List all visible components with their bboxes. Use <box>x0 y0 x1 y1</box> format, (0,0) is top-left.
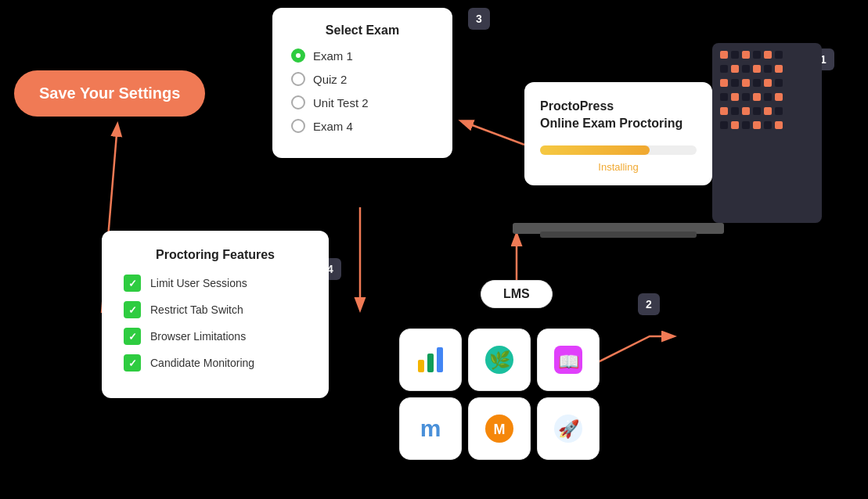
server-dot <box>720 121 728 129</box>
lms-pill: LMS <box>481 280 553 308</box>
svg-rect-2 <box>437 347 443 372</box>
proctoring-title: Proctoring Features <box>124 248 307 262</box>
lms-icon-moodle-alt[interactable]: m <box>399 397 462 460</box>
server-dot <box>764 121 772 129</box>
server-dot <box>775 93 783 101</box>
server-dot <box>753 107 761 115</box>
server-dot <box>731 51 739 59</box>
lms-icons-grid: 🌿 📖 m M 🚀 <box>399 328 600 460</box>
svg-rect-1 <box>427 354 434 372</box>
server-dot <box>731 79 739 87</box>
server-dot <box>720 107 728 115</box>
svg-text:m: m <box>420 415 441 441</box>
exam-option-4[interactable]: Exam 4 <box>291 119 434 133</box>
server-dot <box>764 65 772 73</box>
server-dot <box>742 93 750 101</box>
server-dot <box>753 79 761 87</box>
server-dot <box>753 51 761 59</box>
lms-icon-analytics[interactable] <box>399 328 462 391</box>
server-dot <box>775 79 783 87</box>
server-dot <box>764 107 772 115</box>
feature-label-2: Restrict Tab Switch <box>150 303 243 316</box>
radio-exam1[interactable] <box>291 48 305 63</box>
server-dot <box>720 93 728 101</box>
check-icon-2: ✓ <box>124 301 141 318</box>
server-dot <box>742 65 750 73</box>
server-dot <box>764 79 772 87</box>
proctopress-card: ProctoPress Online Exam Proctoring Insta… <box>524 82 712 185</box>
server-dot <box>731 93 739 101</box>
select-exam-card: Select Exam Exam 1 Quiz 2 Unit Test 2 Ex… <box>272 8 452 158</box>
server-dot <box>753 93 761 101</box>
svg-text:🚀: 🚀 <box>558 418 580 440</box>
lms-icon-readout[interactable]: 📖 <box>537 328 600 391</box>
save-settings-button[interactable]: Save Your Settings <box>14 70 205 117</box>
radio-exam2[interactable] <box>291 72 305 86</box>
progress-bar-background <box>540 145 697 155</box>
proctoring-features-card: Proctoring Features ✓ Limit User Session… <box>102 231 329 398</box>
radio-exam3[interactable] <box>291 95 305 109</box>
exam-option-2[interactable]: Quiz 2 <box>291 72 434 86</box>
feature-limit-sessions: ✓ Limit User Sessions <box>124 275 307 292</box>
exam-label-3: Unit Test 2 <box>313 96 369 109</box>
exam-label-2: Quiz 2 <box>313 73 347 86</box>
svg-text:🌿: 🌿 <box>489 350 511 371</box>
lms-icon-moodle[interactable]: M <box>468 397 531 460</box>
lms-icon-rocket[interactable]: 🚀 <box>537 397 600 460</box>
exam-label-4: Exam 4 <box>313 120 353 133</box>
server-dot <box>742 121 750 129</box>
select-exam-title: Select Exam <box>291 23 434 38</box>
server-dot <box>775 107 783 115</box>
server-illustration <box>712 43 822 223</box>
server-dot <box>764 51 772 59</box>
feature-label-4: Candidate Monitoring <box>150 357 254 369</box>
check-icon-1: ✓ <box>124 275 141 292</box>
lms-icon-bonsai[interactable]: 🌿 <box>468 328 531 391</box>
laptop-stand-base <box>540 232 697 238</box>
server-dot <box>742 51 750 59</box>
server-dot <box>731 65 739 73</box>
server-dot <box>764 93 772 101</box>
server-dot <box>731 121 739 129</box>
server-dot <box>720 51 728 59</box>
step-badge-3: 3 <box>468 8 490 30</box>
server-dot <box>731 107 739 115</box>
installing-status: Installing <box>540 161 697 173</box>
server-dot <box>720 65 728 73</box>
feature-label-3: Browser Limitations <box>150 330 246 343</box>
svg-text:M: M <box>494 422 506 437</box>
check-icon-3: ✓ <box>124 328 141 345</box>
proctopress-title: ProctoPress Online Exam Proctoring <box>540 98 697 133</box>
radio-exam4[interactable] <box>291 119 305 133</box>
svg-text:📖: 📖 <box>558 351 580 372</box>
feature-restrict-tab: ✓ Restrict Tab Switch <box>124 301 307 318</box>
server-dot <box>742 79 750 87</box>
server-dot <box>775 65 783 73</box>
feature-candidate-monitoring: ✓ Candidate Monitoring <box>124 354 307 372</box>
exam-label-1: Exam 1 <box>313 49 353 63</box>
exam-option-1[interactable]: Exam 1 <box>291 48 434 63</box>
server-dot <box>753 65 761 73</box>
svg-rect-0 <box>418 360 424 372</box>
server-dot <box>775 121 783 129</box>
server-dot <box>720 79 728 87</box>
server-dot <box>775 51 783 59</box>
step-badge-2: 2 <box>638 293 660 315</box>
check-icon-4: ✓ <box>124 354 141 372</box>
server-dot <box>742 107 750 115</box>
exam-option-3[interactable]: Unit Test 2 <box>291 95 434 109</box>
server-dot <box>753 121 761 129</box>
progress-bar-fill <box>540 145 650 155</box>
feature-label-1: Limit User Sessions <box>150 277 247 289</box>
feature-browser-limitations: ✓ Browser Limitations <box>124 328 307 345</box>
